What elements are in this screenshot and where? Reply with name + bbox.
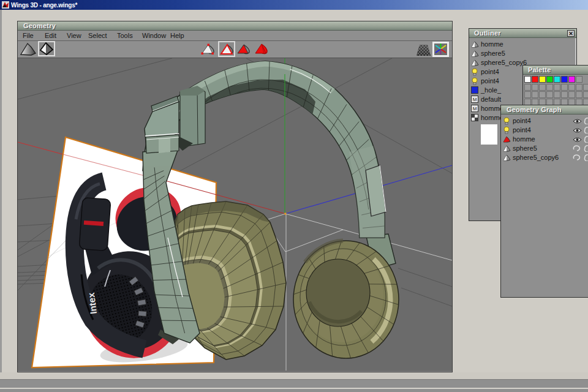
svg-text:M: M <box>473 106 477 111</box>
svg-text:M: M <box>473 97 477 102</box>
